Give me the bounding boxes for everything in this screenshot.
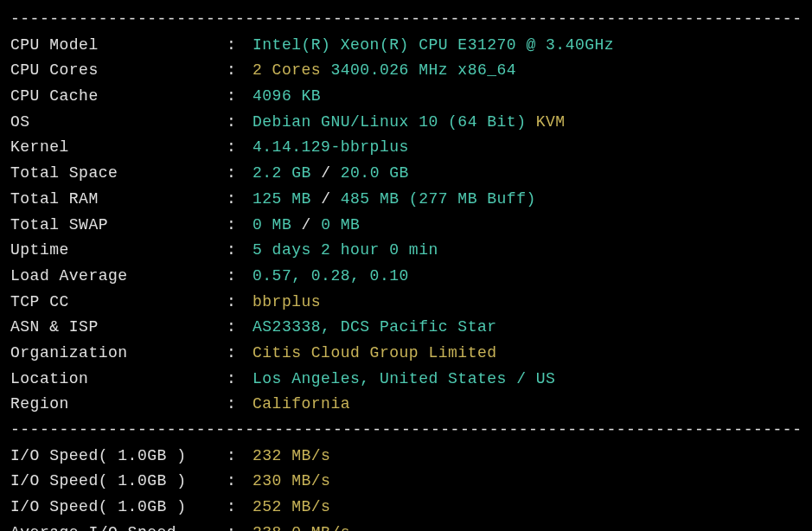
info-row: I/O Speed( 1.0GB ): 230 MB/s [10,469,802,495]
info-row: Load Average: 0.57, 0.28, 0.10 [10,264,802,290]
row-value: 230 MB/s [253,469,330,495]
info-row: Total RAM: 125 MB / 485 MB (277 MB Buff) [10,187,802,213]
value-part: 125 MB [253,187,321,213]
row-colon: : [227,84,253,110]
info-row: Uptime: 5 days 2 hour 0 min [10,238,802,264]
info-row: CPU Model: Intel(R) Xeon(R) CPU E31270 @… [10,33,802,59]
row-label: ASN & ISP [10,315,227,341]
value-part: 4096 KB [253,84,321,110]
value-part: 0 MB [321,213,360,239]
value-part: 230 MB/s [253,469,330,495]
row-value: Los Angeles, United States / US [253,367,555,393]
info-row: Location: Los Angeles, United States / U… [10,367,802,393]
row-colon: : [227,161,253,187]
row-colon: : [227,58,253,84]
row-label: I/O Speed( 1.0GB ) [10,495,227,521]
row-colon: : [227,187,253,213]
row-value: 4096 KB [253,84,321,110]
value-part: / [302,213,322,239]
system-info-block: CPU Model: Intel(R) Xeon(R) CPU E31270 @… [10,33,802,418]
row-colon: : [227,315,253,341]
row-value: Intel(R) Xeon(R) CPU E31270 @ 3.40GHz [253,33,614,59]
row-colon: : [227,341,253,367]
row-value: 4.14.129-bbrplus [253,135,409,161]
row-colon: : [227,33,253,59]
row-label: CPU Cores [10,58,227,84]
row-label: Uptime [10,238,227,264]
value-part: Intel(R) Xeon(R) CPU E31270 @ 3.40GHz [253,33,614,59]
value-part: Los Angeles, United States / US [253,367,555,393]
info-row: CPU Cores: 2 Cores 3400.026 MHz x86_64 [10,58,802,84]
info-row: CPU Cache: 4096 KB [10,84,802,110]
value-part: 20.0 GB [341,161,409,187]
divider-middle: ----------------------------------------… [10,418,802,444]
row-label: Kernel [10,135,227,161]
row-label: Load Average [10,264,227,290]
value-part: KVM [536,110,566,136]
row-label: Organization [10,341,227,367]
value-part: 2 Cores [253,58,330,84]
info-row: ASN & ISP: AS23338, DCS Pacific Star [10,315,802,341]
info-row: Kernel: 4.14.129-bbrplus [10,135,802,161]
row-label: Location [10,367,227,393]
info-row: Organization: Citis Cloud Group Limited [10,341,802,367]
row-label: Total RAM [10,187,227,213]
row-value: 125 MB / 485 MB (277 MB Buff) [253,187,536,213]
row-value: 252 MB/s [253,495,330,521]
value-part: California [253,392,350,418]
value-part: 3400.026 MHz x86_64 [330,58,516,84]
value-part: Citis Cloud Group Limited [253,341,497,367]
row-colon: : [227,367,253,393]
value-part: 485 MB (277 MB Buff) [341,187,536,213]
row-colon: : [227,392,253,418]
row-label: I/O Speed( 1.0GB ) [10,444,227,470]
value-part: / [321,161,341,187]
row-value: AS23338, DCS Pacific Star [253,315,497,341]
value-part: 252 MB/s [253,495,330,521]
info-row: I/O Speed( 1.0GB ): 252 MB/s [10,495,802,521]
value-part: 232 MB/s [253,444,330,470]
row-colon: : [227,213,253,239]
io-speed-block: I/O Speed( 1.0GB ): 232 MB/sI/O Speed( 1… [10,444,802,531]
row-label: OS [10,110,227,136]
row-value: 238.0 MB/s [253,521,350,531]
row-colon: : [227,264,253,290]
row-colon: : [227,521,253,531]
row-label: TCP CC [10,290,227,316]
row-value: 2.2 GB / 20.0 GB [253,161,409,187]
row-label: Total Space [10,161,227,187]
row-label: I/O Speed( 1.0GB ) [10,469,227,495]
row-label: CPU Model [10,33,227,59]
info-row: Average I/O Speed: 238.0 MB/s [10,521,802,531]
row-value: 0 MB / 0 MB [253,213,360,239]
value-part: Debian GNU/Linux 10 (64 Bit) [253,110,536,136]
value-part: 0.57, 0.28, 0.10 [253,264,409,290]
row-value: 0.57, 0.28, 0.10 [253,264,409,290]
row-colon: : [227,135,253,161]
row-colon: : [227,495,253,521]
row-colon: : [227,469,253,495]
row-value: 232 MB/s [253,444,330,470]
value-part: 0 MB [253,213,302,239]
value-part: 238.0 MB/s [253,521,350,531]
row-value: Debian GNU/Linux 10 (64 Bit) KVM [253,110,566,136]
row-label: CPU Cache [10,84,227,110]
info-row: OS: Debian GNU/Linux 10 (64 Bit) KVM [10,110,802,136]
row-value: California [253,392,350,418]
info-row: TCP CC: bbrplus [10,290,802,316]
info-row: Total SWAP: 0 MB / 0 MB [10,213,802,239]
info-row: I/O Speed( 1.0GB ): 232 MB/s [10,444,802,470]
value-part: 4.14.129-bbrplus [253,135,409,161]
value-part: / [321,187,341,213]
row-label: Total SWAP [10,213,227,239]
row-colon: : [227,110,253,136]
value-part: bbrplus [253,290,321,316]
row-value: bbrplus [253,290,321,316]
row-value: 5 days 2 hour 0 min [253,238,438,264]
value-part: 5 days 2 hour 0 min [253,238,438,264]
row-value: 2 Cores 3400.026 MHz x86_64 [253,58,516,84]
info-row: Region: California [10,392,802,418]
row-label: Region [10,392,227,418]
divider-top: ----------------------------------------… [10,7,802,33]
row-value: Citis Cloud Group Limited [253,341,497,367]
